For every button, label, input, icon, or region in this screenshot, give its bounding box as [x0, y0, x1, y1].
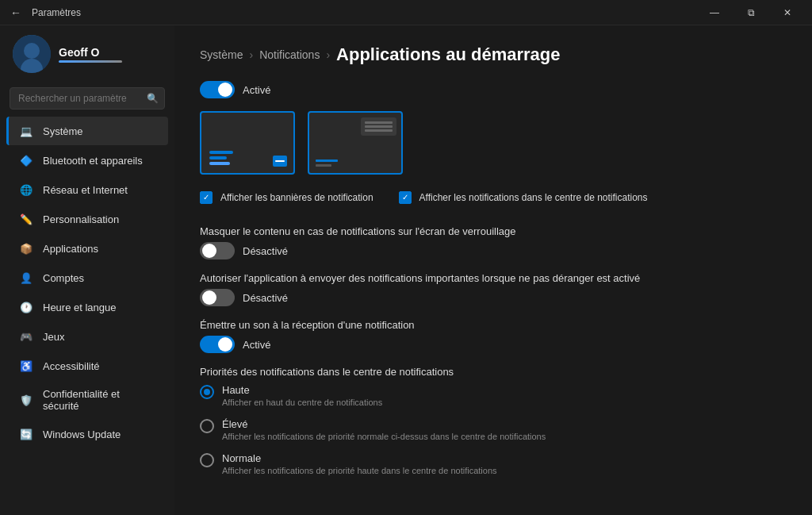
toggle-thumb [218, 83, 232, 97]
nav-icon-network: 🌐 [19, 183, 33, 197]
search-box: 🔍 [10, 87, 165, 110]
search-icon: 🔍 [147, 93, 159, 104]
toggle-thumb-s3 [218, 337, 232, 352]
sidebar-item-bluetooth[interactable]: 🔷 Bluetooth et appareils [6, 146, 168, 175]
breadcrumb-notifications[interactable]: Notifications [259, 48, 320, 61]
section3-toggle[interactable] [200, 336, 235, 353]
main-toggle-row: Activé [200, 81, 787, 98]
section3-toggle-row: Activé [200, 336, 787, 353]
section-lock-screen: Masquer le contenu en cas de notificatio… [200, 225, 787, 259]
avatar [13, 35, 51, 73]
sidebar-item-games[interactable]: 🎮 Jeux [6, 322, 168, 351]
breadcrumb-sep-1: › [249, 48, 253, 61]
radio-label-1: Élevé [222, 418, 546, 430]
section-dnd: Autoriser l'application à envoyer des no… [200, 272, 787, 306]
minimize-button[interactable]: — [696, 0, 733, 25]
section3-toggle-label: Activé [243, 339, 270, 351]
user-bar [59, 60, 122, 63]
breadcrumb-sep-2: › [326, 48, 330, 61]
section1-desc: Masquer le contenu en cas de notificatio… [200, 225, 787, 237]
radio-btn-0[interactable] [200, 385, 214, 399]
nav-label-access: Accessibilité [43, 360, 100, 372]
nav-label-privacy: Confidentialité et sécurité [43, 388, 155, 412]
popup-line-1 [365, 121, 393, 124]
c2-line-1 [316, 159, 338, 162]
breadcrumb: Système › Notifications › Applications a… [200, 44, 787, 65]
radio-content-0: Haute Afficher en haut du centre de noti… [222, 384, 382, 407]
user-info: Geoff O [59, 46, 122, 63]
section2-toggle[interactable] [200, 289, 235, 306]
preview-card-1[interactable] [200, 111, 295, 175]
close-button[interactable]: ✕ [769, 0, 806, 25]
page-title: Applications au démarrage [336, 44, 560, 65]
radio-label-0: Haute [222, 384, 382, 396]
section-priority: Priorités des notifications dans le cent… [200, 366, 787, 475]
sidebar-item-apps[interactable]: 📦 Applications [6, 234, 168, 263]
window-controls: — ⧉ ✕ [696, 0, 806, 25]
popup-line-2 [365, 125, 393, 128]
checkbox-group: ✓ Afficher les bannières de notification… [200, 190, 787, 217]
checkbox-label-2: Afficher les notifications dans le centr… [419, 190, 648, 205]
sidebar-item-perso[interactable]: ✏️ Personnalisation [6, 205, 168, 233]
radio-sub-2: Afficher les notifications de priorité h… [222, 466, 497, 475]
radio-sub-1: Afficher les notifications de priorité n… [222, 432, 546, 441]
radio-btn-1[interactable] [200, 419, 214, 433]
user-profile[interactable]: Geoff O [0, 25, 174, 83]
nav-label-comptes: Comptes [43, 272, 84, 284]
section1-toggle-row: Désactivé [200, 242, 787, 259]
checkbox-2[interactable]: ✓ [399, 191, 412, 204]
restore-button[interactable]: ⧉ [733, 0, 769, 25]
nav-icon-apps: 📦 [19, 241, 33, 256]
section1-toggle-label: Désactivé [243, 245, 288, 257]
notif-popup-line [275, 160, 285, 162]
sidebar-item-system[interactable]: 💻 Système [6, 117, 168, 145]
radio-btn-2[interactable] [200, 453, 214, 467]
sidebar-item-access[interactable]: ♿ Accessibilité [6, 352, 168, 380]
section2-desc: Autoriser l'application à envoyer des no… [200, 272, 787, 284]
radio-content-1: Élevé Afficher les notifications de prio… [222, 418, 546, 441]
checkbox-1[interactable]: ✓ [200, 191, 213, 204]
nav-icon-system: 💻 [19, 124, 33, 138]
content-area: Système › Notifications › Applications a… [174, 25, 812, 515]
notif-bar-2 [209, 156, 227, 159]
sidebar-item-privacy[interactable]: 🛡️ Confidentialité et sécurité [6, 381, 168, 419]
nav-label-games: Jeux [43, 331, 64, 343]
user-name: Geoff O [59, 46, 122, 59]
nav-icon-access: ♿ [19, 359, 33, 373]
section2-toggle-row: Désactivé [200, 289, 787, 306]
toggle-thumb-s2 [202, 290, 216, 305]
back-button[interactable]: ← [6, 3, 25, 22]
search-input[interactable] [10, 87, 165, 110]
nav-label-network: Réseau et Internet [43, 184, 128, 196]
nav-label-apps: Applications [43, 243, 98, 255]
section4-desc: Priorités des notifications dans le cent… [200, 366, 787, 378]
main-toggle[interactable] [200, 81, 235, 98]
toggle-thumb-s1 [202, 244, 216, 258]
radio-group: Haute Afficher en haut du centre de noti… [200, 384, 787, 475]
sidebar-item-comptes[interactable]: 👤 Comptes [6, 263, 168, 292]
radio-sub-0: Afficher en haut du centre de notificati… [222, 398, 382, 407]
section1-toggle[interactable] [200, 242, 235, 259]
radio-content-2: Normale Afficher les notifications de pr… [222, 452, 497, 475]
card-popup-2 [361, 117, 396, 136]
sidebar-item-update[interactable]: 🔄 Windows Update [6, 420, 168, 448]
notif-bar-1 [209, 151, 233, 154]
breadcrumb-system[interactable]: Système [200, 48, 243, 61]
preview-card-2[interactable] [308, 111, 403, 175]
nav-label-system: Système [43, 125, 83, 137]
card-notif-1 [209, 151, 233, 165]
nav-label-perso: Personnalisation [43, 213, 119, 225]
nav-icon-bluetooth: 🔷 [19, 153, 33, 167]
nav-icon-privacy: 🛡️ [19, 393, 33, 407]
sidebar-item-time[interactable]: 🕐 Heure et langue [6, 293, 168, 321]
radio-item-2: Normale Afficher les notifications de pr… [200, 452, 787, 475]
sidebar: Geoff O 🔍 💻 Système 🔷 Bluetooth et appar… [0, 25, 174, 515]
notif-popup [273, 156, 287, 167]
main-toggle-label: Activé [243, 84, 270, 96]
nav-icon-update: 🔄 [19, 427, 33, 441]
notif-bar-3 [209, 162, 230, 165]
checkbox-row-1: ✓ Afficher les bannières de notification [200, 190, 373, 205]
checkbox-label-1: Afficher les bannières de notification [220, 190, 373, 205]
check-icon-1: ✓ [203, 194, 209, 202]
sidebar-item-network[interactable]: 🌐 Réseau et Internet [6, 175, 168, 204]
